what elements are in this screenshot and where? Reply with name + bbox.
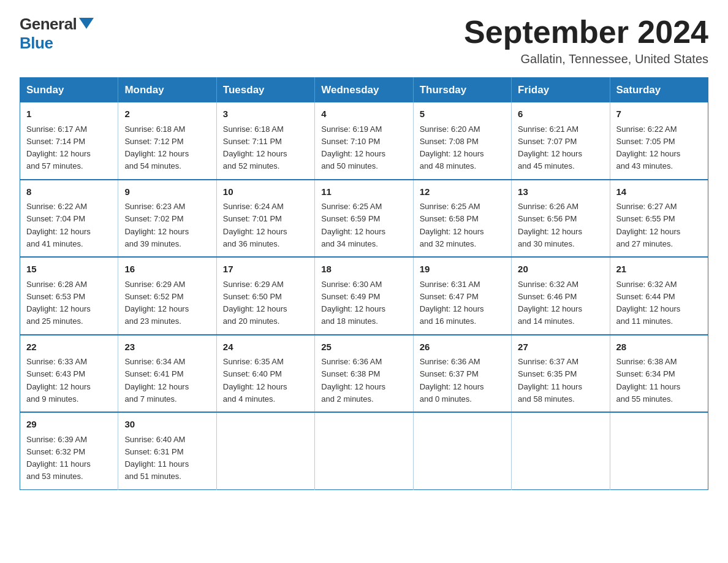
table-row: 14Sunrise: 6:27 AMSunset: 6:55 PMDayligh… <box>610 180 708 258</box>
header: General Blue September 2024 Gallatin, Te… <box>20 15 708 66</box>
table-row: 29Sunrise: 6:39 AMSunset: 6:32 PMDayligh… <box>20 412 118 489</box>
table-row: 23Sunrise: 6:34 AMSunset: 6:41 PMDayligh… <box>118 335 216 413</box>
day-info: Sunrise: 6:29 AMSunset: 6:50 PMDaylight:… <box>223 280 287 326</box>
day-info: Sunrise: 6:33 AMSunset: 6:43 PMDaylight:… <box>26 357 91 404</box>
table-row <box>512 412 610 489</box>
day-info: Sunrise: 6:29 AMSunset: 6:52 PMDaylight:… <box>124 280 189 326</box>
table-row: 9Sunrise: 6:23 AMSunset: 7:02 PMDaylight… <box>118 180 216 258</box>
day-info: Sunrise: 6:38 AMSunset: 6:34 PMDaylight:… <box>616 357 681 404</box>
table-row: 26Sunrise: 6:36 AMSunset: 6:37 PMDayligh… <box>413 335 511 413</box>
table-row <box>315 412 413 489</box>
table-row: 28Sunrise: 6:38 AMSunset: 6:34 PMDayligh… <box>610 335 708 413</box>
day-number: 15 <box>26 262 112 277</box>
day-number: 20 <box>518 262 603 277</box>
table-row: 22Sunrise: 6:33 AMSunset: 6:43 PMDayligh… <box>20 335 118 413</box>
day-number: 28 <box>616 340 702 354</box>
table-row: 30Sunrise: 6:40 AMSunset: 6:31 PMDayligh… <box>118 412 216 489</box>
table-row: 11Sunrise: 6:25 AMSunset: 6:59 PMDayligh… <box>315 180 413 258</box>
day-info: Sunrise: 6:34 AMSunset: 6:41 PMDaylight:… <box>124 357 189 404</box>
day-number: 18 <box>321 262 406 277</box>
day-number: 26 <box>420 340 505 354</box>
table-row: 10Sunrise: 6:24 AMSunset: 7:01 PMDayligh… <box>216 180 314 258</box>
logo-triangle-icon <box>79 18 94 29</box>
day-number: 23 <box>124 340 210 354</box>
day-number: 30 <box>124 418 210 432</box>
table-row: 1Sunrise: 6:17 AMSunset: 7:14 PMDaylight… <box>20 102 118 180</box>
col-header-friday: Friday <box>512 78 610 103</box>
day-number: 11 <box>321 185 406 199</box>
day-number: 1 <box>26 107 112 121</box>
logo-general-text: General <box>20 15 77 34</box>
day-info: Sunrise: 6:25 AMSunset: 6:58 PMDaylight:… <box>420 202 484 248</box>
day-number: 12 <box>420 185 505 199</box>
day-number: 19 <box>420 262 505 277</box>
calendar-week-row: 8Sunrise: 6:22 AMSunset: 7:04 PMDaylight… <box>20 180 708 258</box>
table-row: 15Sunrise: 6:28 AMSunset: 6:53 PMDayligh… <box>20 257 118 335</box>
day-info: Sunrise: 6:18 AMSunset: 7:11 PMDaylight:… <box>223 124 287 171</box>
day-info: Sunrise: 6:21 AMSunset: 7:07 PMDaylight:… <box>518 124 582 171</box>
location-subtitle: Gallatin, Tennessee, United States <box>464 52 708 66</box>
day-number: 16 <box>124 262 210 277</box>
calendar-header-row: Sunday Monday Tuesday Wednesday Thursday… <box>20 78 708 103</box>
col-header-thursday: Thursday <box>413 78 511 103</box>
day-number: 22 <box>26 340 112 354</box>
day-info: Sunrise: 6:28 AMSunset: 6:53 PMDaylight:… <box>26 280 91 326</box>
day-number: 21 <box>616 262 702 277</box>
day-info: Sunrise: 6:18 AMSunset: 7:12 PMDaylight:… <box>124 124 189 171</box>
day-info: Sunrise: 6:36 AMSunset: 6:38 PMDaylight:… <box>321 357 385 404</box>
page-title: September 2024 <box>464 15 708 50</box>
table-row: 21Sunrise: 6:32 AMSunset: 6:44 PMDayligh… <box>610 257 708 335</box>
day-number: 29 <box>26 418 112 432</box>
day-number: 5 <box>420 107 505 121</box>
day-number: 8 <box>26 185 112 199</box>
day-info: Sunrise: 6:32 AMSunset: 6:46 PMDaylight:… <box>518 280 582 326</box>
table-row: 2Sunrise: 6:18 AMSunset: 7:12 PMDaylight… <box>118 102 216 180</box>
table-row: 25Sunrise: 6:36 AMSunset: 6:38 PMDayligh… <box>315 335 413 413</box>
day-number: 6 <box>518 107 603 121</box>
day-info: Sunrise: 6:26 AMSunset: 6:56 PMDaylight:… <box>518 202 582 248</box>
col-header-tuesday: Tuesday <box>216 78 314 103</box>
day-number: 17 <box>223 262 308 277</box>
title-block: September 2024 Gallatin, Tennessee, Unit… <box>464 15 708 66</box>
col-header-monday: Monday <box>118 78 216 103</box>
table-row: 27Sunrise: 6:37 AMSunset: 6:35 PMDayligh… <box>512 335 610 413</box>
day-info: Sunrise: 6:32 AMSunset: 6:44 PMDaylight:… <box>616 280 681 326</box>
day-info: Sunrise: 6:40 AMSunset: 6:31 PMDaylight:… <box>124 435 189 481</box>
day-info: Sunrise: 6:19 AMSunset: 7:10 PMDaylight:… <box>321 124 385 171</box>
table-row: 4Sunrise: 6:19 AMSunset: 7:10 PMDaylight… <box>315 102 413 180</box>
day-info: Sunrise: 6:20 AMSunset: 7:08 PMDaylight:… <box>420 124 484 171</box>
day-number: 25 <box>321 340 406 354</box>
day-info: Sunrise: 6:30 AMSunset: 6:49 PMDaylight:… <box>321 280 385 326</box>
day-info: Sunrise: 6:17 AMSunset: 7:14 PMDaylight:… <box>26 124 91 171</box>
table-row: 12Sunrise: 6:25 AMSunset: 6:58 PMDayligh… <box>413 180 511 258</box>
table-row: 8Sunrise: 6:22 AMSunset: 7:04 PMDaylight… <box>20 180 118 258</box>
day-number: 10 <box>223 185 308 199</box>
day-number: 27 <box>518 340 603 354</box>
page: General Blue September 2024 Gallatin, Te… <box>0 0 728 510</box>
col-header-sunday: Sunday <box>20 78 118 103</box>
day-info: Sunrise: 6:37 AMSunset: 6:35 PMDaylight:… <box>518 357 582 404</box>
calendar-week-row: 22Sunrise: 6:33 AMSunset: 6:43 PMDayligh… <box>20 335 708 413</box>
day-number: 24 <box>223 340 308 354</box>
table-row: 19Sunrise: 6:31 AMSunset: 6:47 PMDayligh… <box>413 257 511 335</box>
day-number: 4 <box>321 107 406 121</box>
calendar-table: Sunday Monday Tuesday Wednesday Thursday… <box>20 77 708 490</box>
col-header-wednesday: Wednesday <box>315 78 413 103</box>
day-info: Sunrise: 6:24 AMSunset: 7:01 PMDaylight:… <box>223 202 287 248</box>
table-row: 7Sunrise: 6:22 AMSunset: 7:05 PMDaylight… <box>610 102 708 180</box>
col-header-saturday: Saturday <box>610 78 708 103</box>
table-row: 13Sunrise: 6:26 AMSunset: 6:56 PMDayligh… <box>512 180 610 258</box>
table-row: 18Sunrise: 6:30 AMSunset: 6:49 PMDayligh… <box>315 257 413 335</box>
day-info: Sunrise: 6:39 AMSunset: 6:32 PMDaylight:… <box>26 435 91 481</box>
day-number: 7 <box>616 107 702 121</box>
day-number: 9 <box>124 185 210 199</box>
day-info: Sunrise: 6:31 AMSunset: 6:47 PMDaylight:… <box>420 280 484 326</box>
table-row: 3Sunrise: 6:18 AMSunset: 7:11 PMDaylight… <box>216 102 314 180</box>
calendar-week-row: 15Sunrise: 6:28 AMSunset: 6:53 PMDayligh… <box>20 257 708 335</box>
table-row <box>610 412 708 489</box>
day-info: Sunrise: 6:22 AMSunset: 7:05 PMDaylight:… <box>616 124 681 171</box>
table-row <box>413 412 511 489</box>
calendar-week-row: 29Sunrise: 6:39 AMSunset: 6:32 PMDayligh… <box>20 412 708 489</box>
table-row <box>216 412 314 489</box>
table-row: 24Sunrise: 6:35 AMSunset: 6:40 PMDayligh… <box>216 335 314 413</box>
